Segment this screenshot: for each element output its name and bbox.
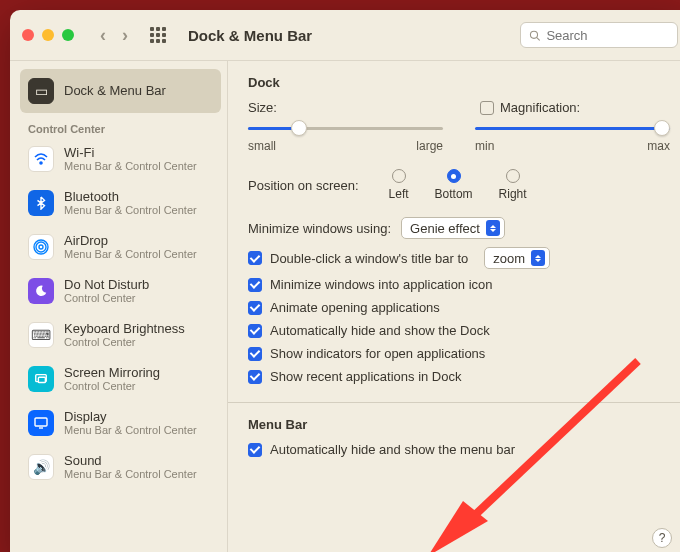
moon-icon: [28, 278, 54, 304]
show-all-button[interactable]: [150, 27, 166, 43]
sidebar-item-airdrop[interactable]: AirDropMenu Bar & Control Center: [20, 225, 221, 269]
sidebar-item-sub: Control Center: [64, 292, 149, 305]
sidebar-item-label: Screen Mirroring: [64, 365, 160, 381]
sidebar-item-label: AirDrop: [64, 233, 197, 249]
sidebar-item-label: Bluetooth: [64, 189, 197, 205]
forward-button[interactable]: ›: [122, 25, 128, 46]
search-field[interactable]: [520, 22, 678, 48]
autohide-menubar-label: Automatically hide and show the menu bar: [270, 442, 515, 457]
sidebar-item-bluetooth[interactable]: BluetoothMenu Bar & Control Center: [20, 181, 221, 225]
sidebar-item-label: Wi-Fi: [64, 145, 197, 161]
minimize-into-app-label: Minimize windows into application icon: [270, 277, 493, 292]
svg-line-1: [537, 37, 540, 40]
sidebar-item-label: Do Not Disturb: [64, 277, 149, 293]
animate-checkbox[interactable]: [248, 301, 262, 315]
doubleclick-action-select[interactable]: zoom: [484, 247, 550, 269]
magnification-slider[interactable]: [475, 119, 670, 137]
minimize-button[interactable]: [42, 29, 54, 41]
indicators-checkbox[interactable]: [248, 347, 262, 361]
indicators-label: Show indicators for open applications: [270, 346, 485, 361]
sidebar-item-label: Sound: [64, 453, 197, 469]
svg-marker-11: [428, 501, 488, 552]
sidebar-item-label: Dock & Menu Bar: [64, 83, 166, 99]
sidebar-item-label: Keyboard Brightness: [64, 321, 185, 337]
recent-apps-checkbox[interactable]: [248, 370, 262, 384]
sidebar-item-screen-mirroring[interactable]: Screen MirroringControl Center: [20, 357, 221, 401]
screen-mirroring-icon: [28, 366, 54, 392]
search-input[interactable]: [546, 28, 669, 43]
minimize-into-app-checkbox[interactable]: [248, 278, 262, 292]
svg-point-2: [40, 162, 42, 164]
sidebar-item-display[interactable]: DisplayMenu Bar & Control Center: [20, 401, 221, 445]
nav-buttons: ‹ ›: [100, 25, 128, 46]
position-right[interactable]: Right: [499, 169, 527, 201]
position-left[interactable]: Left: [389, 169, 409, 201]
sidebar[interactable]: ▭ Dock & Menu Bar Control Center Wi-FiMe…: [10, 61, 228, 552]
menubar-title: Menu Bar: [248, 417, 670, 432]
preferences-window: ‹ › Dock & Menu Bar ▭ Dock & Menu Bar Co…: [10, 10, 680, 552]
menubar-section: Menu Bar Automatically hide and show the…: [228, 403, 680, 475]
minimize-using-label: Minimize windows using:: [248, 221, 391, 236]
wifi-icon: [28, 146, 54, 172]
sidebar-item-sub: Control Center: [64, 380, 160, 393]
sidebar-item-sub: Menu Bar & Control Center: [64, 248, 197, 261]
keyboard-brightness-icon: ⌨: [28, 322, 54, 348]
autohide-dock-label: Automatically hide and show the Dock: [270, 323, 490, 338]
sidebar-item-sub: Menu Bar & Control Center: [64, 424, 197, 437]
content: Dock Size: Magnification:: [228, 61, 680, 552]
size-max: large: [416, 139, 443, 153]
help-button[interactable]: ?: [652, 528, 672, 548]
bluetooth-icon: [28, 190, 54, 216]
animate-label: Animate opening applications: [270, 300, 440, 315]
sidebar-item-keyboard-brightness[interactable]: ⌨ Keyboard BrightnessControl Center: [20, 313, 221, 357]
mag-min: min: [475, 139, 494, 153]
sidebar-item-sound[interactable]: 🔊 SoundMenu Bar & Control Center: [20, 445, 221, 489]
dock-title: Dock: [248, 75, 670, 90]
size-min: small: [248, 139, 276, 153]
fullscreen-button[interactable]: [62, 29, 74, 41]
titlebar: ‹ › Dock & Menu Bar: [10, 10, 680, 60]
dock-section: Dock Size: Magnification:: [228, 61, 680, 402]
sidebar-heading-control-center: Control Center: [20, 113, 221, 137]
svg-point-4: [36, 242, 46, 252]
position-label: Position on screen:: [248, 178, 359, 193]
sidebar-item-sub: Menu Bar & Control Center: [64, 468, 197, 481]
magnification-label: Magnification:: [500, 100, 580, 115]
close-button[interactable]: [22, 29, 34, 41]
recent-apps-label: Show recent applications in Dock: [270, 369, 462, 384]
doubleclick-checkbox[interactable]: [248, 251, 262, 265]
doubleclick-label: Double-click a window's title bar to: [270, 251, 468, 266]
dock-icon: ▭: [28, 78, 54, 104]
sidebar-item-dock-menubar[interactable]: ▭ Dock & Menu Bar: [20, 69, 221, 113]
sidebar-item-sub: Menu Bar & Control Center: [64, 204, 197, 217]
window-controls: [22, 29, 74, 41]
magnification-checkbox[interactable]: [480, 101, 494, 115]
svg-rect-7: [38, 377, 45, 382]
autohide-menubar-checkbox[interactable]: [248, 443, 262, 457]
chevron-updown-icon: [486, 220, 500, 236]
autohide-dock-checkbox[interactable]: [248, 324, 262, 338]
sound-icon: 🔊: [28, 454, 54, 480]
body: ▭ Dock & Menu Bar Control Center Wi-FiMe…: [10, 60, 680, 552]
sidebar-item-dnd[interactable]: Do Not DisturbControl Center: [20, 269, 221, 313]
window-title: Dock & Menu Bar: [188, 27, 312, 44]
back-button[interactable]: ‹: [100, 25, 106, 46]
minimize-effect-select[interactable]: Genie effect: [401, 217, 505, 239]
display-icon: [28, 410, 54, 436]
airdrop-icon: [28, 234, 54, 260]
sidebar-item-sub: Control Center: [64, 336, 185, 349]
sidebar-item-label: Display: [64, 409, 197, 425]
sidebar-item-sub: Menu Bar & Control Center: [64, 160, 197, 173]
svg-point-0: [530, 31, 537, 38]
svg-rect-8: [35, 418, 47, 426]
size-slider[interactable]: [248, 119, 443, 137]
position-bottom[interactable]: Bottom: [435, 169, 473, 201]
sidebar-item-wifi[interactable]: Wi-FiMenu Bar & Control Center: [20, 137, 221, 181]
size-label: Size:: [248, 100, 480, 115]
search-icon: [529, 29, 540, 42]
chevron-updown-icon: [531, 250, 545, 266]
mag-max: max: [647, 139, 670, 153]
svg-point-3: [39, 245, 43, 249]
